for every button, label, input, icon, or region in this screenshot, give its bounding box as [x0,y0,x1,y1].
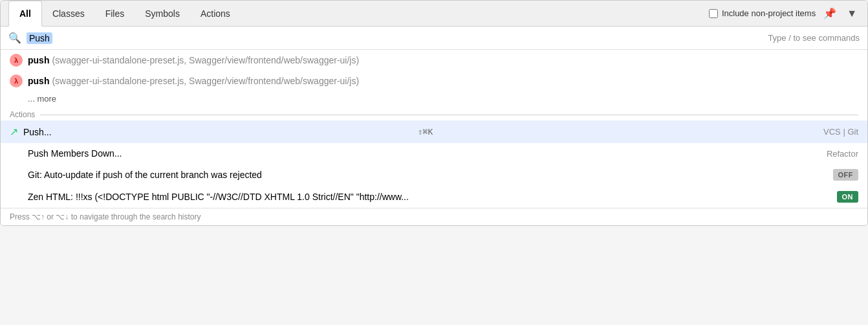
more-row[interactable]: ... more [1,91,867,106]
actions-section-label: Actions [10,110,35,119]
result-name-2: push [28,76,49,86]
action-category-push: VCS | Git [823,127,858,137]
lambda-icon-1: λ [10,54,23,67]
search-icon: 🔍 [8,32,21,44]
push-arrow-icon: ↗ [10,126,18,138]
toggle-on-badge[interactable]: ON [837,191,859,203]
action-row-zen-html[interactable]: Zen HTML: !!!xs (<!DOCTYPE html PUBLIC "… [1,186,867,208]
result-row-1[interactable]: λ push (swagger-ui-standalone-preset.js,… [1,50,867,71]
result-meta-1: (swagger-ui-standalone-preset.js, Swagge… [52,55,359,65]
results-area: λ push (swagger-ui-standalone-preset.js,… [1,50,867,208]
tab-bar-controls: Include non-project items 📌 ▼ [709,5,860,22]
action-name-zen-html: Zen HTML: !!!xs (<!DOCTYPE html PUBLIC "… [28,192,432,202]
footer: Press ⌥↑ or ⌥↓ to navigate through the s… [1,208,867,225]
action-row-push[interactable]: ↗ Push... ⇧⌘K VCS | Git [1,120,867,143]
search-dialog: All Classes Files Symbols Actions Includ… [0,0,868,226]
filter-icon[interactable]: ▼ [844,5,860,22]
lambda-icon-2: λ [10,74,23,87]
action-name-push-members: Push Members Down... [28,148,427,159]
tab-all[interactable]: All [8,1,42,27]
footer-text: Press ⌥↑ or ⌥↓ to navigate through the s… [10,212,201,221]
include-non-project-text: Include non-project items [722,8,816,18]
action-shortcut-push: ⇧⌘K [418,127,433,137]
include-non-project-label[interactable]: Include non-project items [709,8,816,18]
action-category-push-members: Refactor [827,149,858,159]
result-meta-2: (swagger-ui-standalone-preset.js, Swagge… [52,76,359,86]
section-line [40,115,858,115]
search-bar: 🔍 Push Type / to see commands [1,27,867,50]
action-row-git-autoupdate[interactable]: Git: Auto-update if push of the current … [1,164,867,186]
search-hint: Type / to see commands [768,33,860,43]
search-input-wrapper[interactable]: Push [27,32,768,44]
tab-symbols[interactable]: Symbols [135,1,190,27]
toggle-off-badge[interactable]: OFF [833,169,859,181]
result-name-1: push [28,55,49,65]
search-query: Push [27,32,52,44]
tab-bar: All Classes Files Symbols Actions Includ… [1,1,867,27]
tab-actions[interactable]: Actions [190,1,241,27]
pin-icon[interactable]: 📌 [821,5,839,22]
tab-classes[interactable]: Classes [42,1,95,27]
result-row-2[interactable]: λ push (swagger-ui-standalone-preset.js,… [1,71,867,91]
actions-section-divider: Actions [1,106,867,120]
tab-list: All Classes Files Symbols Actions [8,1,709,27]
action-row-push-members[interactable]: Push Members Down... Refactor [1,143,867,164]
include-non-project-checkbox[interactable] [709,9,718,18]
action-name-push: Push... [23,127,414,137]
tab-files[interactable]: Files [95,1,135,27]
action-name-git-autoupdate: Git: Auto-update if push of the current … [28,170,430,180]
